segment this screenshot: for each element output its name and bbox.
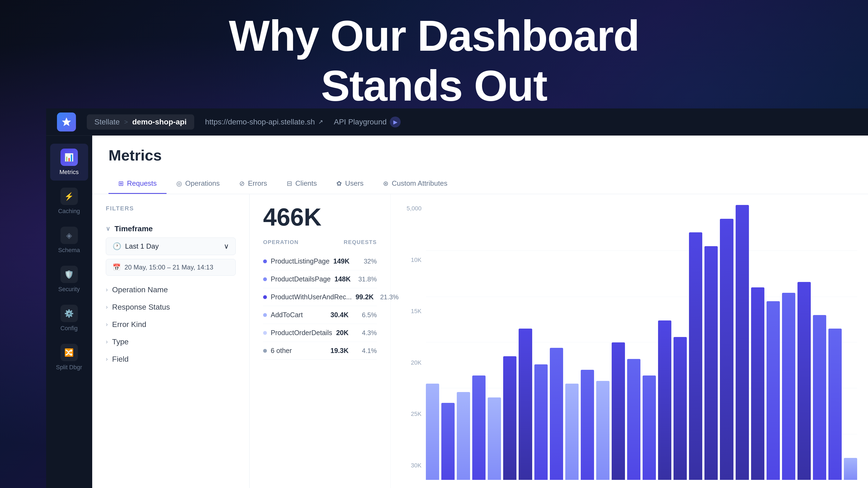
sidebar-label-caching: Caching xyxy=(58,208,80,215)
tab-operations[interactable]: ◎ Operations xyxy=(166,174,229,194)
stat-dot xyxy=(263,295,267,299)
gear-icon: ⚙️ xyxy=(64,309,74,318)
sidebar-label-metrics: Metrics xyxy=(59,169,79,176)
bar xyxy=(813,315,826,480)
sidebar-item-schema[interactable]: ◈ Schema xyxy=(50,222,88,259)
stat-count: 99.2K xyxy=(355,293,374,301)
bar-group xyxy=(627,205,641,480)
filters-label: FILTERS xyxy=(106,205,236,212)
sidebar-item-split-dbgr[interactable]: 🔀 Split Dbgr xyxy=(50,339,88,376)
stats-panel: 466K OPERATION REQUESTS ProductListingPa… xyxy=(250,194,391,488)
field-filter[interactable]: › Field xyxy=(106,351,236,368)
stat-pct: 32% xyxy=(356,258,377,265)
bars-area xyxy=(426,205,857,480)
chevron-expand-icon: ∨ xyxy=(224,242,229,251)
bar-group xyxy=(828,205,842,480)
sidebar: 📊 Metrics ⚡ Caching ◈ Schema 🛡️ xyxy=(46,135,92,488)
stat-row[interactable]: AddToCart 30.4K 6.5% xyxy=(263,306,377,324)
response-status-filter[interactable]: › Response Status xyxy=(106,298,236,316)
tab-clients[interactable]: ⊟ Clients xyxy=(277,174,327,194)
tab-users[interactable]: ✿ Users xyxy=(327,174,373,194)
content-area: Metrics ⊞ Requests ◎ Operations ⊘ Errors xyxy=(92,135,868,488)
stat-count: 19.3K xyxy=(330,347,348,355)
bar-group xyxy=(813,205,826,480)
schema-icon: ◈ xyxy=(66,231,72,240)
schema-icon-box: ◈ xyxy=(61,227,78,244)
config-icon-box: ⚙️ xyxy=(61,305,78,322)
bar xyxy=(472,376,486,480)
api-playground-link[interactable]: API Playground ▶ xyxy=(334,117,401,127)
sidebar-item-metrics[interactable]: 📊 Metrics xyxy=(50,144,88,181)
metrics-icon-box: 📊 xyxy=(61,149,78,166)
stat-row[interactable]: ProductDetailsPage 148K 31.8% xyxy=(263,270,377,288)
dropdown-left: 🕐 Last 1 Day xyxy=(113,242,159,251)
bar-group xyxy=(550,205,563,480)
timeframe-header[interactable]: ∨ Timeframe xyxy=(106,220,236,237)
bar-group xyxy=(782,205,795,480)
bar xyxy=(751,287,764,480)
stat-name: ProductOrderDetails xyxy=(271,329,332,337)
y-label-10k: 10K xyxy=(401,257,426,263)
stat-row[interactable]: ProductOrderDetails 20K 4.3% xyxy=(263,324,377,342)
bar-group xyxy=(441,205,455,480)
y-label-30k: 30K xyxy=(401,462,426,469)
stat-row[interactable]: ProductWithUserAndRec... 99.2K 21.3% xyxy=(263,288,377,306)
bar xyxy=(534,364,548,480)
bar-group xyxy=(519,205,532,480)
errors-tab-icon: ⊘ xyxy=(239,180,245,187)
svg-marker-0 xyxy=(62,118,71,126)
bar-group xyxy=(488,205,501,480)
logo[interactable] xyxy=(57,112,76,131)
top-navigation: Stellate > demo-shop-api https://demo-sh… xyxy=(46,108,868,135)
bar xyxy=(736,205,749,480)
stat-dot xyxy=(263,349,267,353)
sidebar-item-caching[interactable]: ⚡ Caching xyxy=(50,183,88,220)
stat-name: ProductDetailsPage xyxy=(271,275,331,283)
bar xyxy=(689,232,702,480)
hero-title-container: Why Our Dashboard Stands Out xyxy=(0,0,868,110)
breadcrumb[interactable]: Stellate > demo-shop-api xyxy=(87,115,194,130)
breadcrumb-separator: > xyxy=(124,118,128,126)
breadcrumb-parent: Stellate xyxy=(94,118,120,126)
bar-group xyxy=(798,205,811,480)
operations-tab-icon: ◎ xyxy=(176,180,182,187)
tab-requests[interactable]: ⊞ Requests xyxy=(108,174,166,194)
bar xyxy=(705,246,718,480)
timeframe-dropdown[interactable]: 🕐 Last 1 Day ∨ xyxy=(106,237,236,255)
date-range-display: 📅 20 May, 15:00 – 21 May, 14:13 xyxy=(106,259,236,276)
stat-row[interactable]: 6 other 19.3K 4.1% xyxy=(263,342,377,360)
bar-group xyxy=(565,205,579,480)
bar xyxy=(441,403,455,480)
bar xyxy=(782,293,795,480)
bar-group xyxy=(674,205,687,480)
play-icon: ▶ xyxy=(390,117,401,127)
caching-icon-box: ⚡ xyxy=(61,188,78,205)
stat-row[interactable]: ProductListingPage 149K 32% xyxy=(263,252,377,270)
bar-group xyxy=(658,205,671,480)
timeframe-label: Timeframe xyxy=(115,225,153,233)
bar xyxy=(720,219,733,480)
bar xyxy=(596,381,610,480)
sidebar-item-security[interactable]: 🛡️ Security xyxy=(50,261,88,298)
tab-custom-attributes[interactable]: ⊛ Custom Attributes xyxy=(373,174,457,194)
bar-group xyxy=(689,205,702,480)
timeframe-filter-section: ∨ Timeframe 🕐 Last 1 Day ∨ 📅 xyxy=(106,220,236,276)
api-url-link[interactable]: https://demo-shop-api.stellate.sh ↗ xyxy=(205,118,323,126)
bar-group xyxy=(581,205,594,480)
shield-icon: 🛡️ xyxy=(64,270,74,279)
requests-tab-icon: ⊞ xyxy=(118,180,124,187)
bar xyxy=(581,370,594,480)
bar-chart: 30K 25K 20K 15K 10K 5,000 xyxy=(391,194,868,488)
operation-name-filter[interactable]: › Operation Name xyxy=(106,281,236,298)
tab-errors[interactable]: ⊘ Errors xyxy=(229,174,277,194)
chart-wrapper: 30K 25K 20K 15K 10K 5,000 xyxy=(401,205,857,480)
error-kind-filter[interactable]: › Error Kind xyxy=(106,316,236,333)
bar-group xyxy=(534,205,548,480)
stat-dot xyxy=(263,313,267,317)
clients-tab-icon: ⊟ xyxy=(287,180,292,187)
bar-group xyxy=(705,205,718,480)
sidebar-item-config[interactable]: ⚙️ Config xyxy=(50,300,88,337)
bar-group xyxy=(720,205,733,480)
type-filter[interactable]: › Type xyxy=(106,333,236,351)
total-requests: 466K xyxy=(263,205,377,229)
